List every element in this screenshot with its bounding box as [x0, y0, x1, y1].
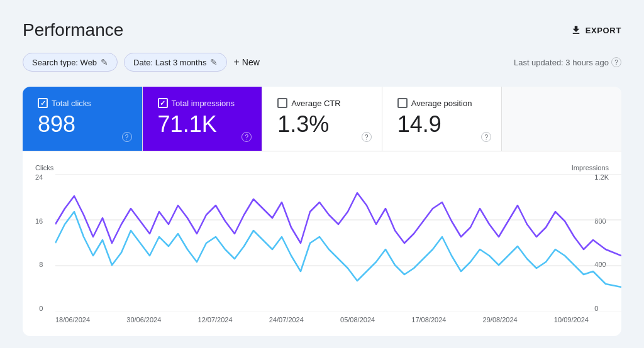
last-updated: Last updated: 3 hours ago ? [514, 57, 621, 67]
metric-total-clicks[interactable]: ✓ Total clicks 898 ? [23, 87, 143, 151]
search-type-filter[interactable]: Search type: Web ✎ [23, 53, 118, 72]
x-label-4: 24/07/2024 [269, 316, 304, 324]
metric-clicks-header: ✓ Total clicks [38, 98, 127, 108]
metric-average-position[interactable]: Average position 14.9 ? [382, 87, 502, 151]
new-filter-button[interactable]: + New [233, 57, 259, 68]
metric-ctr-header: Average CTR [277, 98, 367, 108]
plus-icon: + [233, 57, 239, 68]
y-left-4: 0 [39, 305, 43, 312]
impressions-value: 71.1K [158, 113, 247, 136]
ctr-value: 1.3% [277, 113, 367, 136]
metric-average-ctr[interactable]: Average CTR 1.3% ? [262, 87, 382, 151]
export-icon [570, 24, 582, 36]
page-container: Performance EXPORT Search type: Web ✎ Da… [10, 10, 634, 346]
position-help-icon[interactable]: ? [481, 132, 491, 142]
impressions-line [55, 193, 621, 256]
metric-empty [502, 87, 621, 151]
metrics-row: ✓ Total clicks 898 ? ✓ Total impressions… [23, 87, 621, 151]
ctr-label: Average CTR [291, 99, 341, 108]
clicks-label: Total clicks [52, 99, 91, 108]
metric-position-header: Average position [397, 98, 487, 108]
clicks-value: 898 [38, 113, 127, 136]
page-title: Performance [23, 20, 123, 40]
y-left-3: 8 [39, 261, 43, 268]
x-label-8: 10/09/2024 [554, 316, 589, 324]
main-card: ✓ Total clicks 898 ? ✓ Total impressions… [23, 87, 621, 336]
filter-bar: Search type: Web ✎ Date: Last 3 months ✎… [23, 53, 621, 72]
search-type-label: Search type: Web [32, 58, 97, 67]
y-axis-left: 24 16 8 0 [35, 174, 47, 312]
x-label-6: 17/08/2024 [411, 316, 446, 324]
x-label-3: 12/07/2024 [198, 316, 233, 324]
x-label-1: 18/06/2024 [55, 316, 90, 324]
x-label-7: 29/08/2024 [483, 316, 518, 324]
date-edit-icon: ✎ [210, 57, 218, 67]
metric-impressions-header: ✓ Total impressions [158, 98, 247, 108]
line-chart [55, 174, 621, 312]
position-value: 14.9 [397, 113, 487, 136]
right-axis-label: Impressions [572, 164, 609, 171]
impressions-checkbox[interactable]: ✓ [158, 98, 168, 108]
ctr-checkbox[interactable] [277, 98, 287, 108]
export-button[interactable]: EXPORT [570, 24, 621, 36]
y-left-2: 16 [35, 218, 43, 225]
date-range-filter[interactable]: Date: Last 3 months ✎ [124, 53, 227, 72]
clicks-help-icon[interactable]: ? [122, 132, 132, 142]
clicks-checkbox[interactable]: ✓ [38, 98, 48, 108]
page-header: Performance EXPORT [23, 20, 621, 40]
position-label: Average position [411, 99, 472, 108]
ctr-help-icon[interactable]: ? [362, 132, 372, 142]
left-axis-label: Clicks [35, 164, 53, 171]
x-label-5: 05/08/2024 [340, 316, 375, 324]
search-type-edit-icon: ✎ [101, 57, 108, 67]
x-label-2: 30/06/2024 [126, 316, 161, 324]
y-left-1: 24 [35, 174, 43, 181]
new-label: New [242, 57, 260, 67]
position-checkbox[interactable] [397, 98, 408, 108]
date-range-label: Date: Last 3 months [133, 58, 206, 67]
chart-axis-labels: Clicks Impressions [35, 164, 609, 171]
help-icon[interactable]: ? [611, 57, 621, 67]
chart-area: Clicks Impressions 24 16 8 0 1.2K 800 40… [23, 151, 621, 336]
impressions-help-icon[interactable]: ? [242, 132, 252, 142]
x-axis: 18/06/2024 30/06/2024 12/07/2024 24/07/2… [35, 316, 609, 324]
impressions-label: Total impressions [172, 99, 235, 108]
metric-total-impressions[interactable]: ✓ Total impressions 71.1K ? [143, 87, 263, 151]
chart-wrapper: 24 16 8 0 1.2K 800 400 0 [35, 174, 609, 312]
